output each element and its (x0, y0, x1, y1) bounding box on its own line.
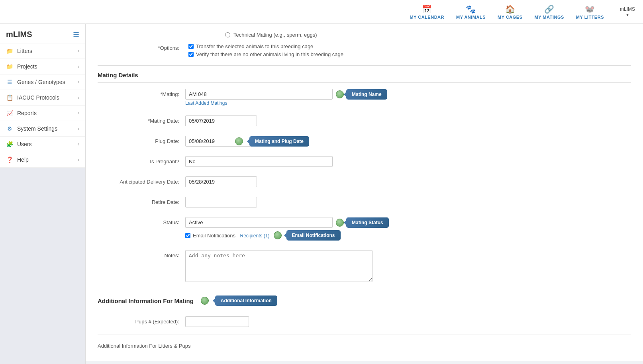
last-added-matings-link[interactable]: Last Added Matings (185, 100, 631, 106)
plug-date-label: Plug Date: (98, 136, 185, 144)
notes-field (185, 250, 631, 282)
options-checkboxes: Transfer the selected animals to this br… (188, 43, 343, 59)
genes-icon: ☰ (6, 79, 13, 85)
option2-checkbox[interactable] (188, 52, 194, 57)
email-tooltip-dot[interactable] (274, 231, 282, 239)
notes-row: Notes: (98, 248, 631, 284)
email-notif-text: Email Notifications - Recipients (1) (193, 233, 270, 239)
status-tooltip-dot[interactable] (336, 219, 344, 227)
delivery-row: Anticipated Delivery Date: (98, 174, 631, 189)
chevron-users: ‹ (78, 141, 79, 147)
nav-litters-label: MY LITTERS (576, 15, 604, 20)
sidebar-genes-label: Genes / Genotypes (17, 79, 65, 85)
pups-input[interactable] (185, 316, 249, 327)
users-icon: 🧩 (6, 141, 13, 147)
mating-input[interactable] (185, 89, 333, 100)
retire-input[interactable] (185, 197, 257, 207)
nav-matings[interactable]: 🔗 MY MATINGS (535, 4, 564, 20)
content-area: Technical Mating (e.g., sperm, eggs) *Op… (86, 24, 643, 364)
sidebar-item-settings[interactable]: ⚙ System Settings ‹ (0, 121, 85, 137)
delivery-label: Anticipated Delivery Date: (98, 176, 185, 185)
mating-tooltip-dot[interactable] (336, 90, 344, 98)
mating-row: *Mating: Mating Name Last Added Matings (98, 87, 631, 108)
nav-matings-label: MY MATINGS (535, 15, 564, 20)
mating-date-label: *Mating Date: (98, 115, 185, 124)
matings-icon: 🔗 (544, 4, 555, 14)
chevron-reports: ‹ (78, 110, 79, 116)
status-row: Status: Mating Status Email Notification… (98, 215, 631, 243)
status-field: Mating Status Email Notifications - Reci… (185, 217, 631, 241)
notes-textarea[interactable] (185, 250, 372, 282)
plug-date-field: Mating and Plug Date (185, 136, 631, 147)
sidebar-item-litters[interactable]: 📁 Litters ‹ (0, 43, 85, 59)
status-input[interactable] (185, 217, 333, 228)
option1-checkbox[interactable] (188, 44, 194, 49)
hamburger-icon[interactable]: ☰ (73, 30, 79, 39)
plug-date-input[interactable] (185, 136, 257, 147)
mating-date-input[interactable] (185, 115, 257, 126)
delivery-field (185, 176, 631, 187)
technical-mating-radio[interactable] (225, 32, 230, 37)
additional-tooltip-dot[interactable] (201, 297, 209, 305)
nav-calendar[interactable]: 📅 MY CALENDAR (410, 4, 444, 20)
mating-details-header: Mating Details (98, 66, 631, 83)
sidebar-item-help[interactable]: ❓ Help ‹ (0, 152, 85, 168)
additional-section: Additional Information For Mating Additi… (98, 290, 631, 349)
retire-row: Retire Date: (98, 195, 631, 209)
help-icon: ❓ (6, 157, 13, 163)
app-title: mLIMS (6, 30, 32, 39)
delivery-input[interactable] (185, 176, 257, 187)
pregnant-input[interactable] (185, 156, 333, 167)
technical-mating-row: Technical Mating (e.g., sperm, eggs) (98, 32, 631, 38)
option2-label: Verify that there are no other animals l… (196, 51, 343, 57)
sidebar: mLIMS ☰ 📁 Litters ‹ 📁 Projects ‹ ☰ Genes… (0, 24, 86, 364)
sidebar-item-iacuc[interactable]: 📋 IACUC Protocols ‹ (0, 90, 85, 106)
option1-label: Transfer the selected animals to this br… (196, 43, 313, 49)
sidebar-item-users[interactable]: 🧩 Users ‹ (0, 137, 85, 152)
pups-label: Pups # (Expected): (98, 316, 185, 325)
plug-date-row: Plug Date: Mating and Plug Date (98, 134, 631, 149)
pregnant-row: Is Pregnant? (98, 154, 631, 169)
iacuc-icon: 📋 (6, 94, 13, 101)
litter-pups-section: Additional Information For Litters & Pup… (98, 335, 631, 349)
chevron-genes: ‹ (78, 79, 79, 85)
pups-field (185, 316, 631, 327)
sidebar-item-genes[interactable]: ☰ Genes / Genotypes ‹ (0, 74, 85, 90)
nav-calendar-label: MY CALENDAR (410, 15, 444, 20)
litter-pups-header: Additional Information For Litters & Pup… (98, 343, 190, 349)
status-tooltip-bubble: Mating Status (346, 217, 389, 228)
sidebar-users-label: Users (17, 141, 32, 147)
options-section: Technical Mating (e.g., sperm, eggs) *Op… (98, 30, 631, 66)
nav-user-label: mLIMS (620, 6, 635, 12)
nav-user-arrow: ▾ (626, 12, 629, 18)
nav-cages[interactable]: 🏠 MY CAGES (498, 4, 522, 20)
additional-tooltip-bubble: Additional Information (215, 296, 277, 306)
nav-cages-label: MY CAGES (498, 15, 522, 20)
top-nav: 📅 MY CALENDAR 🐾 MY ANIMALS 🏠 MY CAGES 🔗 … (0, 0, 643, 24)
retire-label: Retire Date: (98, 197, 185, 205)
mating-tooltip-bubble: Mating Name (346, 89, 387, 100)
sidebar-help-label: Help (17, 157, 29, 163)
date-tooltip-dot[interactable] (235, 137, 243, 145)
sidebar-litters-label: Litters (17, 48, 32, 54)
projects-icon: 📁 (6, 63, 13, 70)
nav-animals-label: MY ANIMALS (456, 15, 486, 20)
recipients-link[interactable]: Recipients (1) (240, 233, 269, 239)
sidebar-item-reports[interactable]: 📈 Reports ‹ (0, 106, 85, 121)
technical-mating-label: Technical Mating (e.g., sperm, eggs) (233, 32, 317, 38)
cages-icon: 🏠 (505, 4, 516, 14)
nav-user[interactable]: mLIMS ▾ (620, 6, 635, 18)
mating-label: *Mating: (98, 89, 185, 97)
litters-nav-icon: 🐭 (585, 4, 595, 14)
sidebar-reports-label: Reports (17, 110, 37, 116)
sidebar-settings-label: System Settings (17, 125, 57, 132)
litters-icon: 📁 (6, 48, 13, 54)
nav-litters[interactable]: 🐭 MY LITTERS (576, 4, 604, 20)
sidebar-item-projects[interactable]: 📁 Projects ‹ (0, 59, 85, 74)
status-container: Mating Status (185, 217, 631, 228)
settings-icon: ⚙ (6, 125, 13, 132)
option1-row: Transfer the selected animals to this br… (188, 43, 343, 49)
sidebar-projects-label: Projects (17, 63, 37, 70)
nav-animals[interactable]: 🐾 MY ANIMALS (456, 4, 486, 20)
email-notif-checkbox[interactable] (185, 233, 190, 238)
